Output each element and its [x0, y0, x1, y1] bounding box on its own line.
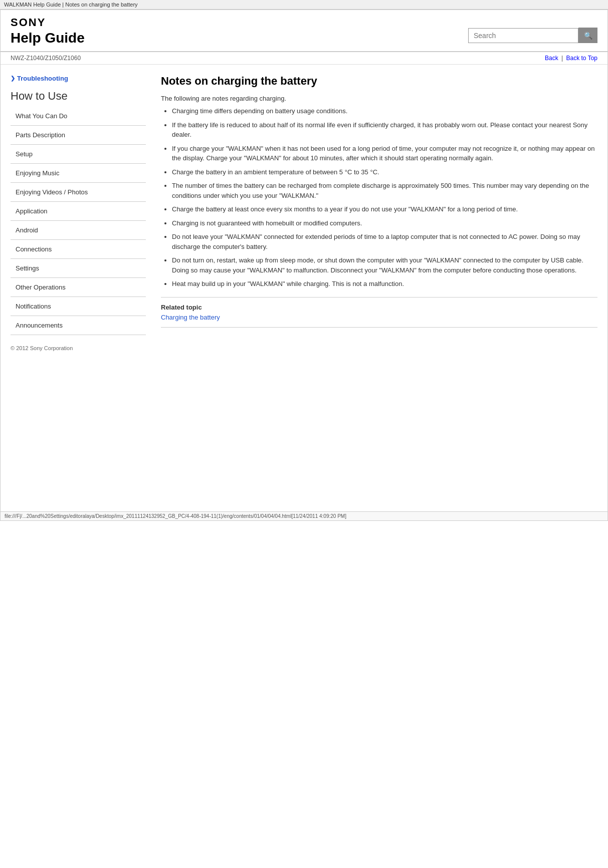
list-item: Heat may build up in your "WALKMAN" whil…: [172, 279, 597, 289]
sidebar-item-enjoying-music[interactable]: Enjoying Music: [11, 164, 146, 183]
sidebar: Troubleshooting How to Use What You Can …: [11, 75, 146, 351]
related-link[interactable]: Charging the battery: [161, 314, 220, 321]
article-title: Notes on charging the battery: [161, 75, 597, 88]
related-label: Related topic: [161, 304, 597, 311]
search-button[interactable]: 🔍: [578, 28, 597, 43]
header: SONY Help Guide 🔍: [1, 10, 607, 52]
sidebar-nav-list: What You Can Do Parts Description Setup …: [11, 107, 146, 335]
list-item: Charge the battery in an ambient tempera…: [172, 167, 597, 177]
sony-logo: SONY: [11, 16, 85, 29]
header-search-area: 🔍: [468, 28, 597, 43]
sidebar-item-application[interactable]: Application: [11, 202, 146, 221]
back-link[interactable]: Back: [545, 55, 558, 62]
list-item: If you charge your "WALKMAN" when it has…: [172, 144, 597, 163]
sidebar-item-enjoying-videos-photos[interactable]: Enjoying Videos / Photos: [11, 183, 146, 202]
nav-separator: |: [561, 55, 563, 62]
list-item: Charging is not guaranteed with homebuil…: [172, 218, 597, 228]
sidebar-item-announcements[interactable]: Announcements: [11, 316, 146, 335]
list-item: Do not turn on, restart, wake up from sl…: [172, 255, 597, 275]
sidebar-section-title: How to Use: [11, 90, 146, 103]
back-to-top-link[interactable]: Back to Top: [566, 55, 597, 62]
list-item: If the battery life is reduced to about …: [172, 120, 597, 140]
bottom-bar: file:///F|/...20and%20Settings/editorala…: [1, 511, 607, 520]
sidebar-item-android[interactable]: Android: [11, 221, 146, 240]
sidebar-footer: © 2012 Sony Corporation: [11, 345, 146, 351]
sidebar-item-other-operations[interactable]: Other Operations: [11, 278, 146, 297]
sidebar-item-settings[interactable]: Settings: [11, 259, 146, 278]
article-bullet-list: Charging time differs depending on batte…: [161, 106, 597, 289]
main-content: Troubleshooting How to Use What You Can …: [1, 65, 607, 361]
model-number: NWZ-Z1040/Z1050/Z1060: [11, 55, 81, 62]
page-wrapper: SONY Help Guide 🔍 NWZ-Z1040/Z1050/Z1060 …: [0, 10, 608, 521]
sidebar-item-parts-description[interactable]: Parts Description: [11, 126, 146, 145]
sidebar-item-setup[interactable]: Setup: [11, 145, 146, 164]
article-intro: The following are notes regarding chargi…: [161, 95, 597, 102]
help-guide-title: Help Guide: [11, 30, 85, 46]
related-section: Related topic Charging the battery: [161, 297, 597, 328]
search-input[interactable]: [468, 28, 578, 43]
nav-links: Back | Back to Top: [545, 55, 597, 62]
sidebar-item-connections[interactable]: Connections: [11, 240, 146, 259]
list-item: Charge the battery at least once every s…: [172, 204, 597, 214]
sidebar-item-what-you-can-do[interactable]: What You Can Do: [11, 107, 146, 126]
article-content: Notes on charging the battery The follow…: [161, 75, 597, 351]
nav-bar: NWZ-Z1040/Z1050/Z1060 Back | Back to Top: [1, 52, 607, 65]
header-left: SONY Help Guide: [11, 16, 85, 46]
bottom-bar-path: file:///F|/...20and%20Settings/editorala…: [5, 513, 346, 519]
list-item: The number of times the battery can be r…: [172, 181, 597, 200]
list-item: Charging time differs depending on batte…: [172, 106, 597, 116]
search-icon: 🔍: [584, 32, 592, 40]
browser-title-bar: WALKMAN Help Guide | Notes on charging t…: [0, 0, 608, 10]
browser-title-text: WALKMAN Help Guide | Notes on charging t…: [4, 2, 138, 8]
sidebar-item-notifications[interactable]: Notifications: [11, 297, 146, 316]
list-item: Do not leave your "WALKMAN" connected fo…: [172, 232, 597, 251]
sidebar-troubleshooting[interactable]: Troubleshooting: [11, 75, 146, 82]
